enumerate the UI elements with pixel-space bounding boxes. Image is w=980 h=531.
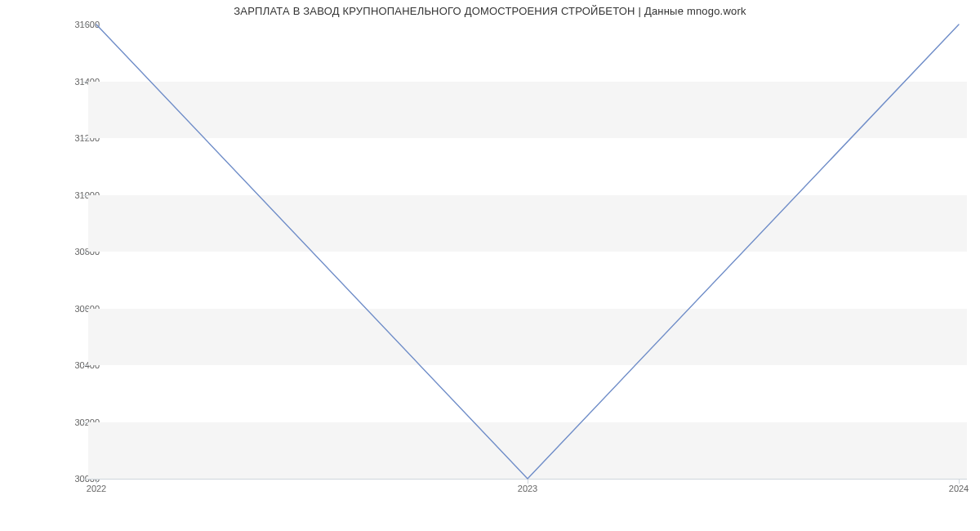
chart-title: ЗАРПЛАТА В ЗАВОД КРУПНОПАНЕЛЬНОГО ДОМОСТ…	[0, 5, 980, 17]
line-series-salary	[96, 25, 959, 479]
line-chart: ЗАРПЛАТА В ЗАВОД КРУПНОПАНЕЛЬНОГО ДОМОСТ…	[0, 0, 980, 531]
chart-series	[88, 25, 967, 479]
x-tick-label: 2023	[518, 484, 537, 493]
plot-area	[88, 25, 967, 480]
x-tick-label: 2024	[949, 484, 969, 493]
x-tick-label: 2022	[87, 484, 106, 493]
